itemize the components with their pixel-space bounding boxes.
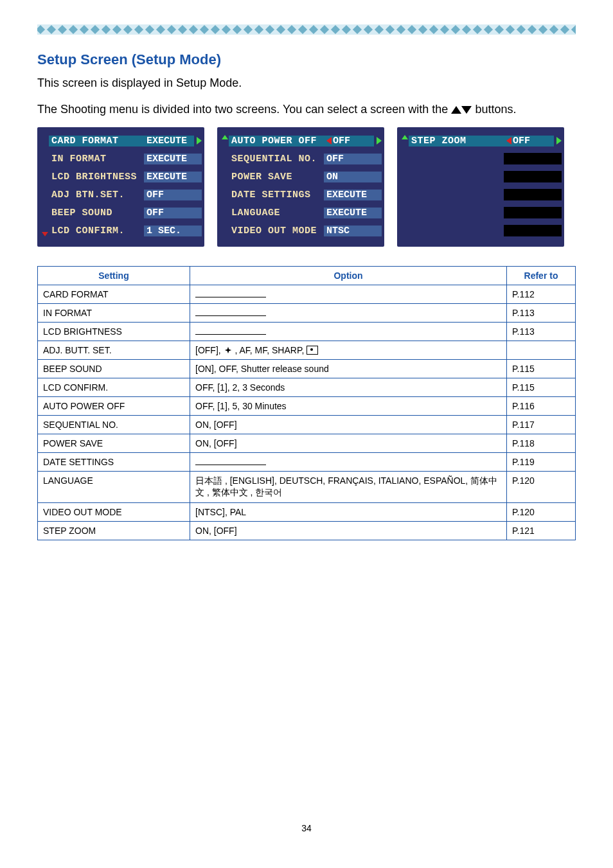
cell-refer: P.118 bbox=[507, 434, 576, 453]
page-container: 1 Setup Screen (Setup Mode) This screen … bbox=[0, 0, 613, 859]
table-row: VIDEO OUT MODE[NTSC], PALP.120 bbox=[38, 503, 576, 522]
menu-item-value bbox=[504, 189, 562, 200]
table-row: POWER SAVEON, [OFF]P.118 bbox=[38, 434, 576, 453]
menu-item-value: EXECUTE bbox=[144, 154, 202, 164]
menu-item: VIDEO OUT MODENTSC bbox=[229, 222, 382, 239]
cell-option bbox=[190, 285, 507, 304]
cell-setting: AUTO POWER OFF bbox=[38, 397, 190, 416]
table-row: IN FORMATP.113 bbox=[38, 304, 576, 323]
menu-item bbox=[409, 168, 562, 185]
menu-item-value: OFF bbox=[144, 190, 202, 200]
right-arrow-icon bbox=[556, 137, 562, 145]
cell-setting: SEQUENTIAL NO. bbox=[38, 416, 190, 434]
table-row: DATE SETTINGSP.119 bbox=[38, 453, 576, 472]
menu-item-label: DATE SETTINGS bbox=[229, 190, 324, 200]
cell-refer bbox=[507, 341, 576, 360]
menu-item-value: OFF bbox=[324, 154, 382, 164]
menu-item: BEEP SOUNDOFF bbox=[49, 204, 202, 221]
decorative-divider bbox=[37, 24, 576, 35]
cell-setting: LCD BRIGHTNESS bbox=[38, 323, 190, 341]
menu-item-label: BEEP SOUND bbox=[49, 208, 144, 218]
cell-setting: CARD FORMAT bbox=[38, 285, 190, 304]
table-row: SEQUENTIAL NO.ON, [OFF]P.117 bbox=[38, 416, 576, 434]
right-arrow-icon bbox=[377, 137, 382, 145]
menu-item: CARD FORMATEXECUTE bbox=[49, 132, 202, 149]
menu-item-value bbox=[504, 153, 562, 164]
menu-item bbox=[409, 222, 562, 239]
cell-option: [ON], OFF, Shutter release sound bbox=[190, 360, 507, 378]
cell-option bbox=[190, 304, 507, 323]
table-row: AUTO POWER OFFOFF, [1], 5, 30 MinutesP.1… bbox=[38, 397, 576, 416]
menu-item-label: VIDEO OUT MODE bbox=[229, 226, 324, 236]
cell-refer: P.112 bbox=[507, 285, 576, 304]
menu-item-label: LCD BRIGHTNESS bbox=[49, 172, 144, 182]
cell-setting: IN FORMAT bbox=[38, 304, 190, 323]
th-refer: Refer to bbox=[507, 267, 576, 285]
table-row: LCD CONFIRM.OFF, [1], 2, 3 SecondsP.115 bbox=[38, 378, 576, 397]
intro-text-1: This screen is displayed in Setup Mode. bbox=[37, 75, 576, 92]
table-row: BEEP SOUND[ON], OFF, Shutter release sou… bbox=[38, 360, 576, 378]
menu-item-label: IN FORMAT bbox=[49, 154, 144, 164]
menu-item-label: STEP ZOOM bbox=[409, 136, 504, 146]
cell-setting: POWER SAVE bbox=[38, 434, 190, 453]
cell-option: ON, [OFF] bbox=[190, 434, 507, 453]
intro-text-2: The Shooting menu is divided into two sc… bbox=[37, 101, 576, 118]
menu-item-label: SEQUENTIAL NO. bbox=[229, 154, 324, 164]
th-setting: Setting bbox=[38, 267, 190, 285]
menu-item-value: EXECUTE bbox=[144, 136, 194, 146]
cell-setting: VIDEO OUT MODE bbox=[38, 503, 190, 522]
menu-item bbox=[409, 204, 562, 221]
cell-option: [NTSC], PAL bbox=[190, 503, 507, 522]
menu-item: LCD CONFIRM.1 SEC. bbox=[49, 222, 202, 239]
scroll-down-icon bbox=[42, 232, 48, 236]
menu-item-value: OFF bbox=[324, 136, 374, 146]
menu-item-label: LANGUAGE bbox=[229, 208, 324, 218]
menu-item-label: CARD FORMAT bbox=[49, 136, 144, 146]
cell-refer: P.115 bbox=[507, 360, 576, 378]
cell-option: 日本語 , [ENGLISH], DEUTSCH, FRANÇAIS, ITAL… bbox=[190, 472, 507, 503]
cell-refer: P.117 bbox=[507, 416, 576, 434]
cell-refer: P.119 bbox=[507, 453, 576, 472]
cell-refer: P.113 bbox=[507, 323, 576, 341]
scroll-up-icon bbox=[222, 135, 228, 139]
menu-item bbox=[409, 186, 562, 203]
cell-setting: LANGUAGE bbox=[38, 472, 190, 503]
menu-box: STEP ZOOMOFF bbox=[397, 127, 564, 247]
cell-setting: DATE SETTINGS bbox=[38, 453, 190, 472]
table-row: STEP ZOOMON, [OFF]P.121 bbox=[38, 522, 576, 540]
settings-table: Setting Option Refer to CARD FORMATP.112… bbox=[37, 266, 576, 540]
table-row: ADJ. BUTT. SET.[OFF], , AF, MF, SHARP, bbox=[38, 341, 576, 360]
menu-screenshots-row: CARD FORMATEXECUTEIN FORMATEXECUTELCD BR… bbox=[37, 127, 576, 247]
menu-item: SEQUENTIAL NO.OFF bbox=[229, 150, 382, 167]
menu-box: CARD FORMATEXECUTEIN FORMATEXECUTELCD BR… bbox=[37, 127, 204, 247]
cell-option: ON, [OFF] bbox=[190, 416, 507, 434]
menu-box: AUTO POWER OFFOFFSEQUENTIAL NO.OFFPOWER … bbox=[217, 127, 384, 247]
cell-setting: LCD CONFIRM. bbox=[38, 378, 190, 397]
menu-item: LANGUAGEEXECUTE bbox=[229, 204, 382, 221]
menu-item-value: ON bbox=[324, 172, 382, 182]
menu-item: DATE SETTINGSEXECUTE bbox=[229, 186, 382, 203]
cell-option bbox=[190, 323, 507, 341]
cell-refer: P.113 bbox=[507, 304, 576, 323]
cell-setting: BEEP SOUND bbox=[38, 360, 190, 378]
wb-icon bbox=[224, 346, 233, 355]
cell-refer: P.120 bbox=[507, 472, 576, 503]
menu-item: POWER SAVEON bbox=[229, 168, 382, 185]
menu-item-value: EXECUTE bbox=[144, 172, 202, 182]
svg-marker-1 bbox=[224, 349, 231, 351]
down-triangle-icon bbox=[461, 106, 472, 114]
menu-item-value bbox=[504, 171, 562, 182]
menu-item-label: LCD CONFIRM. bbox=[49, 226, 144, 236]
table-row: LCD BRIGHTNESSP.113 bbox=[38, 323, 576, 341]
left-arrow-icon bbox=[506, 137, 511, 145]
cell-option: OFF, [1], 2, 3 Seconds bbox=[190, 378, 507, 397]
menu-item-value: NTSC bbox=[324, 226, 382, 236]
cell-refer: P.120 bbox=[507, 503, 576, 522]
cell-refer: P.116 bbox=[507, 397, 576, 416]
menu-item-value: OFF bbox=[504, 136, 554, 146]
page-number: 34 bbox=[37, 823, 576, 833]
menu-item: STEP ZOOMOFF bbox=[409, 132, 562, 149]
cell-refer: P.115 bbox=[507, 378, 576, 397]
menu-item: IN FORMATEXECUTE bbox=[49, 150, 202, 167]
cell-refer: P.121 bbox=[507, 522, 576, 540]
